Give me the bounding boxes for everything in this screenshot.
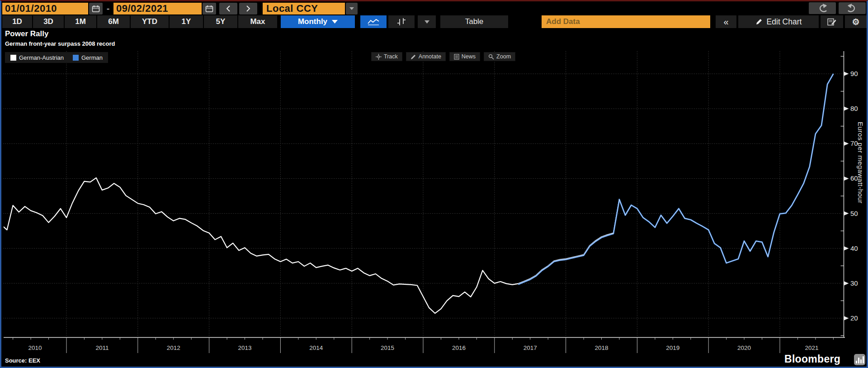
legend-swatch <box>73 55 79 61</box>
annotate-button[interactable]: Annotate <box>406 52 446 61</box>
x-axis-label: 2017 <box>524 344 537 351</box>
y-axis-arrow <box>844 141 849 146</box>
bloomberg-terminal-window: 01/01/2010 - 09/02/2021 Local CCY <box>0 0 868 368</box>
tool-label: News <box>462 53 476 60</box>
x-axis-label: 2011 <box>95 344 108 351</box>
zoom-button[interactable]: Zoom <box>484 52 515 61</box>
news-icon <box>454 54 459 60</box>
y-axis-title: Euros per megawatt-hour <box>857 122 864 204</box>
y-axis-arrow <box>844 106 849 111</box>
chart-series <box>1 74 833 313</box>
y-axis-arrow <box>844 316 849 320</box>
y-axis-label: 90 <box>850 70 858 77</box>
track-button[interactable]: Track <box>371 52 402 61</box>
bloomberg-logo: Bloomberg <box>784 353 840 365</box>
legend-item-german-austrian[interactable]: German-Austrian <box>10 54 64 61</box>
y-axis-arrow <box>844 281 849 286</box>
bloomberg-chart-icon <box>854 354 865 365</box>
pencil-icon <box>410 54 416 60</box>
x-axis-label: 2012 <box>167 344 180 351</box>
y-axis-label: 30 <box>850 279 858 287</box>
chart-legend: German-AustrianGerman <box>5 52 108 63</box>
crosshair-icon <box>376 54 382 60</box>
legend-swatch <box>10 55 16 61</box>
legend-label: German <box>81 54 103 61</box>
gridlines <box>4 51 844 338</box>
x-axis-label: 2010 <box>28 344 42 351</box>
y-axis-arrow <box>844 211 849 216</box>
magnifier-icon <box>488 54 494 60</box>
y-axis-arrow <box>844 72 849 76</box>
y-axis-label: 40 <box>850 244 858 252</box>
y-axis-arrow <box>844 176 849 181</box>
source-label: Source: EEX <box>5 357 40 364</box>
tool-label: Annotate <box>419 53 441 60</box>
x-axis-label: 2020 <box>737 344 751 351</box>
news-button[interactable]: News <box>449 52 480 61</box>
series-german-line <box>518 74 833 284</box>
y-axis-label: 80 <box>850 105 858 112</box>
tool-label: Zoom <box>496 53 511 60</box>
x-axis-label: 2015 <box>381 344 394 351</box>
y-axis-label: 50 <box>850 210 858 217</box>
series-german-austrian-line <box>1 178 619 313</box>
chart-tools-bar: TrackAnnotateNewsZoom <box>371 52 515 61</box>
x-axis-label: 2019 <box>666 344 679 351</box>
y-axis-arrow <box>844 246 849 251</box>
series-german-line-core <box>518 74 833 284</box>
legend-label: German-Austrian <box>19 54 64 61</box>
x-axis-label: 2013 <box>238 344 251 351</box>
x-axis-label: 2014 <box>309 344 323 351</box>
x-axis-label: 2018 <box>594 344 608 351</box>
legend-item-german[interactable]: German <box>73 54 103 61</box>
y-axis-label: 20 <box>850 314 858 322</box>
x-axis-label: 2021 <box>805 344 818 351</box>
tool-label: Track <box>384 53 398 60</box>
axes: 2030405060708090201020112012201320142015… <box>4 51 858 353</box>
x-axis-label: 2016 <box>452 344 466 351</box>
